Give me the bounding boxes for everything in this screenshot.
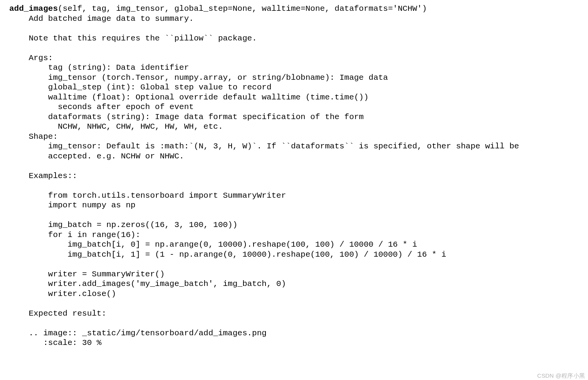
docstring-viewer: add_images(self, tag, img_tensor, global… [0, 0, 588, 348]
docstring-body: Add batched image data to summary. Note … [9, 14, 519, 348]
function-name: add_images [9, 4, 58, 13]
function-params: (self, tag, img_tensor, global_step=None… [58, 4, 427, 13]
